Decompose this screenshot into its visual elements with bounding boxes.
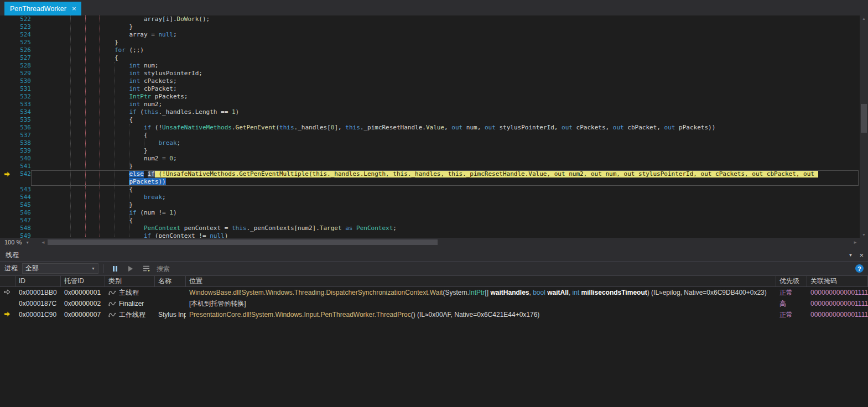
header-managed-id[interactable]: 托管ID (61, 276, 105, 286)
code-line[interactable]: 525 } (0, 39, 860, 46)
scroll-down-icon[interactable]: ▼ (860, 233, 868, 237)
code-line[interactable]: 526 for (;;) (0, 46, 860, 54)
breakpoint-margin[interactable] (0, 77, 14, 85)
breakpoint-margin[interactable] (0, 178, 14, 186)
search-input[interactable] (155, 263, 849, 275)
threads-rows: 0x00001BB00x00000001主线程WindowsBase.dll!S… (0, 287, 868, 320)
breakpoint-margin[interactable] (0, 62, 14, 70)
cell-location: PresentationCore.dll!System.Windows.Inpu… (186, 311, 776, 319)
breakpoint-margin[interactable] (0, 70, 14, 77)
header-affinity-mask[interactable]: 关联掩码 (807, 276, 868, 286)
breakpoint-margin[interactable] (0, 201, 14, 209)
code-line[interactable]: 527 { (0, 54, 860, 62)
code-line[interactable]: 539 } (0, 147, 860, 155)
code-token: { (129, 116, 133, 123)
breakpoint-margin[interactable] (0, 194, 14, 201)
scroll-up-icon[interactable]: ▲ (860, 17, 868, 20)
breakpoint-margin[interactable] (0, 116, 14, 124)
code-line[interactable]: 522 array[i].DoWork(); (0, 15, 860, 23)
breakpoint-margin[interactable] (0, 232, 14, 238)
breakpoint-margin[interactable] (0, 108, 14, 116)
close-icon[interactable]: × (859, 251, 864, 259)
code-token: ; (173, 31, 177, 38)
current-statement-arrow-icon[interactable] (0, 170, 14, 178)
close-icon[interactable]: × (72, 5, 76, 12)
code-line[interactable]: 545 } (0, 201, 860, 209)
code-line[interactable]: 528 int num; (0, 62, 860, 70)
cell-affinity-mask: 0000000000001111 (807, 311, 868, 319)
breakpoint-margin[interactable] (0, 217, 14, 225)
breakpoint-margin[interactable] (0, 23, 14, 31)
code-line[interactable]: 546 if (num != 1) (0, 209, 860, 217)
scroll-right-icon[interactable]: ► (851, 240, 860, 245)
process-filter-combo[interactable]: 全部 ▼ (22, 263, 98, 274)
header-name[interactable]: 名称 (155, 276, 186, 286)
breakpoint-margin[interactable] (0, 101, 14, 108)
help-icon[interactable]: ? (855, 264, 864, 273)
code-line[interactable]: 531 int cbPacket; (0, 85, 860, 93)
code-line[interactable]: 530 int cPackets; (0, 77, 860, 85)
header-id[interactable]: ID (15, 276, 61, 286)
code-line[interactable]: 543 { (0, 186, 860, 194)
breakpoint-margin[interactable] (0, 139, 14, 147)
resume-button[interactable] (124, 263, 137, 274)
breakpoint-margin[interactable] (0, 225, 14, 232)
breakpoint-margin[interactable] (0, 163, 14, 170)
code-line[interactable]: 537 { (0, 132, 860, 139)
breakpoint-margin[interactable] (0, 132, 14, 139)
breakpoint-margin[interactable] (0, 209, 14, 217)
code-line[interactable]: 533 int num2; (0, 101, 860, 108)
breakpoint-margin[interactable] (0, 155, 14, 163)
header-category[interactable]: 类别 (105, 276, 155, 286)
vertical-scrollbar[interactable]: ▲ ▼ (860, 15, 868, 238)
code-token: break (158, 139, 176, 147)
location-token: ) (IL≈epilog, Native=0x6C9DB400+0x23) (647, 289, 767, 296)
breakpoint-margin[interactable] (0, 46, 14, 54)
code-line[interactable]: 523 } (0, 23, 860, 31)
code-line[interactable]: 548 PenContext penContext = this._penCon… (0, 225, 860, 232)
code-line[interactable]: 535 { (0, 116, 860, 124)
zoom-control[interactable]: 100 % ▼ (0, 239, 39, 246)
breakpoint-margin[interactable] (0, 31, 14, 39)
cell-priority: 高 (776, 299, 807, 309)
code-token: { (144, 132, 148, 139)
breakpoint-margin[interactable] (0, 186, 14, 194)
horizontal-scrollbar-thumb[interactable] (48, 239, 438, 245)
code-line[interactable]: 540 num2 = 0; (0, 155, 860, 163)
tab-penthreadworker[interactable]: PenThreadWorker × (4, 2, 81, 15)
code-line[interactable]: 536 if (!UnsafeNativeMethods.GetPenEvent… (0, 124, 860, 132)
code-line[interactable]: 544 break; (0, 194, 860, 201)
code-line[interactable]: 532 IntPtr pPackets; (0, 93, 860, 101)
breakpoint-margin[interactable] (0, 54, 14, 62)
code-line[interactable]: 534 if (this._handles.Length == 1) (0, 108, 860, 116)
code-text: } (31, 163, 133, 170)
expand-callstacks-button[interactable] (140, 263, 152, 274)
breakpoint-margin[interactable] (0, 85, 14, 93)
breakpoint-margin[interactable] (0, 15, 14, 23)
code-line[interactable]: 542 else if (!UnsafeNativeMethods.GetPen… (0, 170, 860, 178)
breakpoint-margin[interactable] (0, 39, 14, 46)
code-line[interactable]: pPackets)) (0, 178, 860, 186)
code-line[interactable]: 547 { (0, 217, 860, 225)
code-editor[interactable]: 522 array[i].DoWork();523 }524 array = n… (0, 15, 868, 238)
vertical-scrollbar-thumb[interactable] (861, 104, 867, 133)
code-token: this (279, 124, 294, 131)
thread-row[interactable]: 0x0000187C0x00000002Finalizer[本机到托管的转换]高… (0, 298, 868, 309)
breakpoint-margin[interactable] (0, 124, 14, 132)
code-line[interactable]: 529 int stylusPointerId; (0, 70, 860, 77)
scroll-left-icon[interactable]: ◄ (39, 240, 48, 245)
thread-row[interactable]: 0x00001BB00x00000001主线程WindowsBase.dll!S… (0, 287, 868, 298)
thread-row[interactable]: 0x00001C900x00000007工作线程Stylus InputPres… (0, 309, 868, 320)
code-line[interactable]: 541 } (0, 163, 860, 170)
code-line[interactable]: 538 break; (0, 139, 860, 147)
pause-button[interactable] (109, 263, 121, 274)
code-line[interactable]: 524 array = null; (0, 31, 860, 39)
breakpoint-margin[interactable] (0, 147, 14, 155)
code-line[interactable]: 549 if (penContext != null) (0, 232, 860, 238)
breakpoint-margin[interactable] (0, 93, 14, 101)
window-position-icon[interactable]: ▼ (848, 253, 853, 258)
header-location[interactable]: 位置 (186, 276, 776, 286)
code-text: { (31, 217, 133, 225)
horizontal-scrollbar[interactable] (48, 238, 851, 247)
header-priority[interactable]: 优先级 (776, 276, 807, 286)
